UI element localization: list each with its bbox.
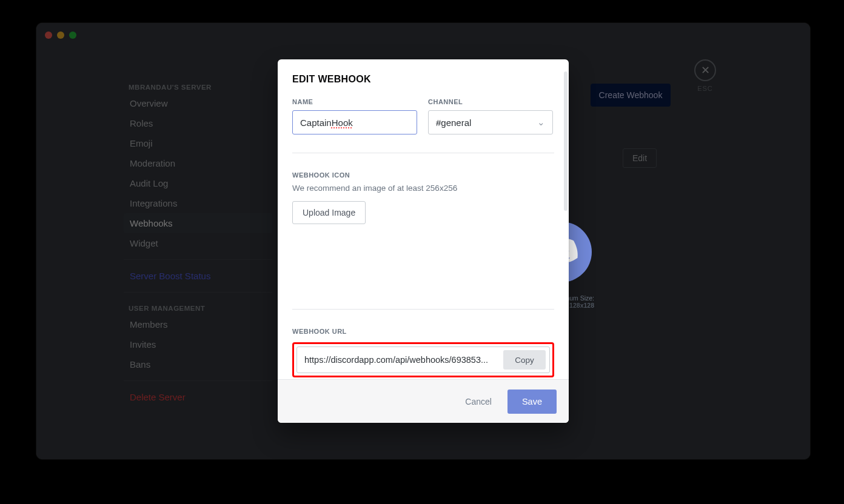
url-field-label: WEBHOOK URL	[292, 328, 554, 335]
webhook-url-value[interactable]: https://discordapp.com/api/webhooks/6938…	[297, 355, 500, 365]
icon-field-label: WEBHOOK ICON	[292, 171, 554, 179]
chevron-down-icon: ⌄	[537, 117, 545, 128]
modal-footer: Cancel Save	[278, 379, 569, 423]
divider	[292, 153, 554, 153]
name-field-group: NAME Captain Hook	[292, 98, 417, 134]
edit-webhook-modal: EDIT WEBHOOK NAME Captain Hook CHANNEL #…	[278, 59, 569, 423]
url-highlight-box: https://discordapp.com/api/webhooks/6938…	[292, 342, 554, 377]
webhook-channel-select[interactable]: #general ⌄	[428, 110, 553, 134]
modal-title: EDIT WEBHOOK	[292, 74, 554, 85]
cancel-button[interactable]: Cancel	[455, 391, 501, 413]
channel-field-group: CHANNEL #general ⌄	[428, 98, 553, 134]
save-button[interactable]: Save	[507, 390, 557, 414]
channel-select-value: #general	[436, 118, 471, 128]
scrollbar-thumb[interactable]	[564, 71, 568, 211]
copy-url-button[interactable]: Copy	[503, 350, 546, 370]
name-field-label: NAME	[292, 98, 417, 105]
upload-image-button[interactable]: Upload Image	[292, 201, 366, 224]
channel-field-label: CHANNEL	[428, 98, 553, 105]
divider	[292, 309, 554, 310]
icon-size-hint: We recommend an image of at least 256x25…	[292, 184, 554, 193]
webhook-url-field: https://discordapp.com/api/webhooks/6938…	[296, 346, 550, 373]
webhook-name-input[interactable]: Captain Hook	[292, 110, 417, 134]
modal-body: EDIT WEBHOOK NAME Captain Hook CHANNEL #…	[278, 59, 569, 379]
